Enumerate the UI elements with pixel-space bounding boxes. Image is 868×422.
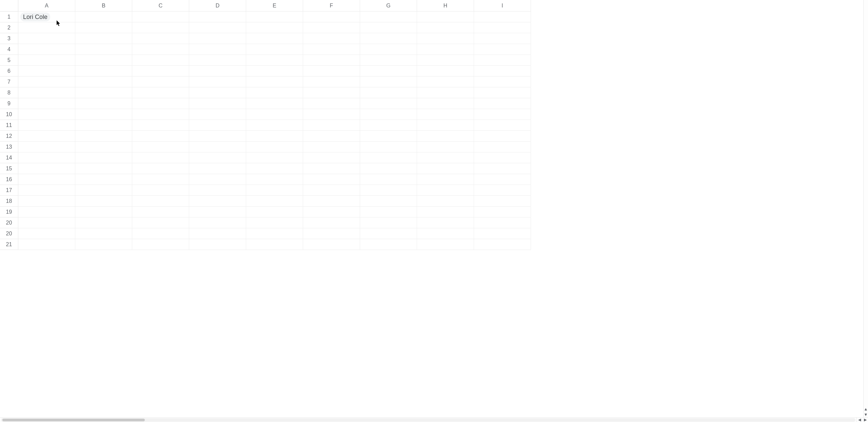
cell-G17[interactable] <box>360 185 417 196</box>
cell-F1[interactable] <box>303 12 360 22</box>
cell-H14[interactable] <box>417 152 474 163</box>
cell-G10[interactable] <box>360 109 417 120</box>
cell-C6[interactable] <box>132 66 189 77</box>
cell-C2[interactable] <box>132 22 189 33</box>
cell-D7[interactable] <box>189 77 246 87</box>
cell-F11[interactable] <box>303 120 360 131</box>
cell-C1[interactable] <box>132 12 189 22</box>
cell-B16[interactable] <box>75 174 132 185</box>
cell-B5[interactable] <box>75 55 132 66</box>
cell-C7[interactable] <box>132 77 189 87</box>
row-header-22[interactable]: 21 <box>0 239 18 250</box>
cell-D14[interactable] <box>189 152 246 163</box>
cell-H4[interactable] <box>417 44 474 55</box>
cell-E18[interactable] <box>246 196 303 207</box>
cell-H18[interactable] <box>417 196 474 207</box>
cell-G11[interactable] <box>360 120 417 131</box>
cell-G15[interactable] <box>360 163 417 174</box>
cell-A13[interactable] <box>18 142 75 152</box>
cell-D13[interactable] <box>189 142 246 152</box>
cell-B9[interactable] <box>75 98 132 109</box>
cell-A16[interactable] <box>18 174 75 185</box>
cell-A20[interactable] <box>18 217 75 228</box>
cell-I20[interactable] <box>474 217 531 228</box>
cell-E9[interactable] <box>246 98 303 109</box>
cell-E20[interactable] <box>246 217 303 228</box>
cell-I16[interactable] <box>474 174 531 185</box>
select-all-corner[interactable] <box>0 0 18 12</box>
cell-A8[interactable] <box>18 87 75 98</box>
cell-C3[interactable] <box>132 33 189 44</box>
cell-F3[interactable] <box>303 33 360 44</box>
cell-D21[interactable] <box>189 239 246 250</box>
hscroll-track[interactable] <box>1 418 855 422</box>
cell-D5[interactable] <box>189 55 246 66</box>
cell-A3[interactable] <box>18 33 75 44</box>
cell-A5[interactable] <box>18 55 75 66</box>
cell-D19[interactable] <box>189 207 246 217</box>
cell-E11[interactable] <box>246 120 303 131</box>
hscroll-thumb[interactable] <box>2 419 145 421</box>
cell-G9[interactable] <box>360 98 417 109</box>
cell-B20[interactable] <box>75 228 132 239</box>
cell-E10[interactable] <box>246 109 303 120</box>
cell-F20[interactable] <box>303 228 360 239</box>
row-header-7[interactable]: 7 <box>0 77 18 87</box>
cell-C11[interactable] <box>132 120 189 131</box>
cell-E8[interactable] <box>246 87 303 98</box>
cell-E5[interactable] <box>246 55 303 66</box>
cell-E4[interactable] <box>246 44 303 55</box>
cell-G5[interactable] <box>360 55 417 66</box>
cell-D9[interactable] <box>189 98 246 109</box>
cell-A14[interactable] <box>18 152 75 163</box>
cell-I11[interactable] <box>474 120 531 131</box>
cell-B7[interactable] <box>75 77 132 87</box>
cell-B2[interactable] <box>75 22 132 33</box>
cell-E2[interactable] <box>246 22 303 33</box>
cell-F20[interactable] <box>303 217 360 228</box>
column-header-I[interactable]: I <box>474 0 531 12</box>
cell-H19[interactable] <box>417 207 474 217</box>
cell-I20[interactable] <box>474 228 531 239</box>
column-header-G[interactable]: G <box>360 0 417 12</box>
cell-G6[interactable] <box>360 66 417 77</box>
cell-G3[interactable] <box>360 33 417 44</box>
row-header-13[interactable]: 13 <box>0 142 18 152</box>
row-header-3[interactable]: 3 <box>0 33 18 44</box>
cell-D11[interactable] <box>189 120 246 131</box>
cell-G14[interactable] <box>360 152 417 163</box>
cell-E19[interactable] <box>246 207 303 217</box>
cell-E1[interactable] <box>246 12 303 22</box>
cell-C9[interactable] <box>132 98 189 109</box>
cell-F13[interactable] <box>303 142 360 152</box>
scroll-up-icon[interactable]: ▲ <box>864 406 868 412</box>
cell-G13[interactable] <box>360 142 417 152</box>
cell-G18[interactable] <box>360 196 417 207</box>
cell-B19[interactable] <box>75 207 132 217</box>
cell-H20[interactable] <box>417 217 474 228</box>
cell-H12[interactable] <box>417 131 474 142</box>
cell-G8[interactable] <box>360 87 417 98</box>
cell-C16[interactable] <box>132 174 189 185</box>
row-header-8[interactable]: 8 <box>0 87 18 98</box>
cell-D1[interactable] <box>189 12 246 22</box>
cell-G1[interactable] <box>360 12 417 22</box>
cell-H11[interactable] <box>417 120 474 131</box>
cell-G19[interactable] <box>360 207 417 217</box>
cell-G7[interactable] <box>360 77 417 87</box>
cell-A1[interactable]: Lori Cole <box>18 12 75 22</box>
cell-B17[interactable] <box>75 185 132 196</box>
cell-F18[interactable] <box>303 196 360 207</box>
cell-H2[interactable] <box>417 22 474 33</box>
sheet-nav-right-icon[interactable]: ▶ <box>864 418 867 422</box>
cell-C5[interactable] <box>132 55 189 66</box>
column-header-E[interactable]: E <box>246 0 303 12</box>
cell-C8[interactable] <box>132 87 189 98</box>
grid[interactable]: ABCDEFGHI1Lori Cole234567891011121314151… <box>0 0 863 417</box>
cell-E16[interactable] <box>246 174 303 185</box>
cell-H17[interactable] <box>417 185 474 196</box>
cell-I7[interactable] <box>474 77 531 87</box>
cell-F6[interactable] <box>303 66 360 77</box>
cell-I14[interactable] <box>474 152 531 163</box>
cell-F12[interactable] <box>303 131 360 142</box>
